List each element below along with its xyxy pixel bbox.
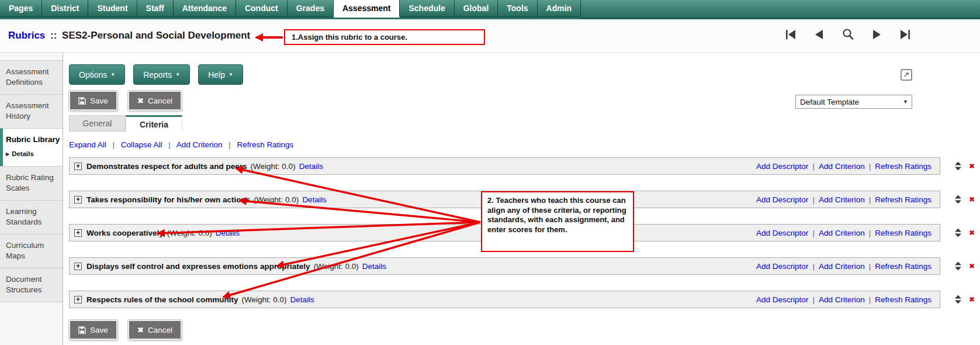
annotation-step2: 2. Teachers who teach this course can al… (481, 191, 634, 252)
criterion-row: + Displays self control and expresses em… (69, 257, 980, 275)
refresh-ratings-link[interactable]: Refresh Ratings (875, 195, 931, 204)
options-button[interactable]: Options ▼ (69, 64, 125, 85)
sidebar-item-rubric-rating-scales[interactable]: Rubric Rating Scales (0, 166, 63, 200)
delete-x-icon[interactable]: ✖ (969, 195, 975, 203)
last-record-icon[interactable] (899, 28, 912, 41)
nav-tab-global[interactable]: Global (455, 0, 498, 18)
floppy-disk-icon (78, 326, 86, 334)
sidebar-item-document-structures[interactable]: Document Structures (0, 268, 63, 302)
sidebar-subitem-details[interactable]: ▶ Details (6, 149, 60, 160)
triangle-right-icon: ▶ (6, 149, 9, 160)
delete-x-icon[interactable]: ✖ (969, 262, 975, 270)
refresh-ratings-link[interactable]: Refresh Ratings (875, 162, 931, 171)
add-criterion-link[interactable]: Add Criterion (819, 262, 865, 271)
add-criterion-link[interactable]: Add Criterion (819, 162, 865, 171)
reports-button[interactable]: Reports ▼ (133, 64, 190, 85)
add-criterion-link[interactable]: Add Criterion (819, 295, 865, 304)
refresh-ratings-link[interactable]: Refresh Ratings (237, 140, 294, 149)
floppy-disk-icon (78, 97, 86, 105)
separator: | (812, 262, 815, 271)
refresh-ratings-link[interactable]: Refresh Ratings (875, 262, 931, 271)
reorder-arrows-icon[interactable] (955, 229, 961, 237)
criterion-weight: (Weight: 0.0) (167, 229, 212, 237)
criterion-row: + Respects rules of the school community… (69, 291, 980, 308)
nav-filler (581, 0, 980, 19)
add-descriptor-link[interactable]: Add Descriptor (756, 195, 808, 204)
sidebar-item-assessment-history[interactable]: Assessment History (0, 94, 63, 128)
page-title: SES2-Personal and Social Development (62, 30, 250, 41)
module-link[interactable]: Rubrics (8, 30, 45, 41)
criterion-name: Takes responsibility for his/her own act… (86, 195, 250, 204)
plus-expand-icon[interactable]: + (74, 296, 82, 303)
nav-tab-district[interactable]: District (42, 0, 88, 18)
sidebar-item-assessment-definitions[interactable]: Assessment Definitions (0, 60, 63, 94)
cancel-button[interactable]: ✖ Cancel (128, 91, 182, 111)
add-descriptor-link[interactable]: Add Descriptor (756, 295, 808, 304)
separator: | (869, 262, 871, 271)
plus-expand-icon[interactable]: + (74, 163, 82, 170)
refresh-ratings-link[interactable]: Refresh Ratings (875, 295, 931, 304)
first-record-icon[interactable] (784, 28, 797, 41)
collapse-all-link[interactable]: Collapse All (121, 140, 162, 149)
plus-expand-icon[interactable]: + (74, 196, 82, 203)
add-criterion-link[interactable]: Add Criterion (819, 229, 865, 237)
sidebar-item-rubric-library[interactable]: Rubric Library ▶ Details (0, 128, 63, 166)
criterion-name: Demonstrates respect for adults and peer… (86, 162, 247, 171)
nav-tab-staff[interactable]: Staff (137, 0, 174, 18)
cancel-label: Cancel (148, 326, 172, 334)
plus-expand-icon[interactable]: + (74, 229, 82, 237)
sidebar-item-curriculum-maps[interactable]: Curriculum Maps (0, 234, 63, 268)
reorder-arrows-icon[interactable] (955, 295, 961, 304)
help-button[interactable]: Help ▼ (198, 64, 243, 85)
nav-tab-schedule[interactable]: Schedule (400, 0, 454, 18)
add-criterion-link[interactable]: Add Criterion (176, 140, 223, 149)
nav-tab-conduct[interactable]: Conduct (236, 0, 288, 18)
nav-tab-grades[interactable]: Grades (288, 0, 334, 18)
add-descriptor-link[interactable]: Add Descriptor (756, 229, 808, 237)
cancel-button-bottom[interactable]: ✖ Cancel (128, 320, 182, 340)
previous-record-icon[interactable] (813, 28, 826, 41)
plus-expand-icon[interactable]: + (74, 263, 82, 270)
details-link[interactable]: Details (302, 195, 326, 204)
reorder-arrows-icon[interactable] (955, 195, 961, 204)
nav-tab-pages[interactable]: Pages (0, 0, 42, 18)
nav-tab-assessment[interactable]: Assessment (334, 0, 400, 18)
add-criterion-link[interactable]: Add Criterion (819, 195, 865, 204)
save-button[interactable]: Save (69, 91, 117, 111)
chevron-down-icon: ▼ (110, 72, 115, 77)
record-navigation (784, 28, 912, 41)
nav-tab-admin[interactable]: Admin (538, 0, 581, 18)
reorder-arrows-icon[interactable] (955, 162, 961, 171)
criterion-name: Works cooperatively (86, 229, 164, 237)
search-icon[interactable] (842, 28, 854, 41)
delete-x-icon[interactable]: ✖ (969, 162, 975, 170)
delete-x-icon[interactable]: ✖ (969, 295, 975, 303)
reorder-arrows-icon[interactable] (955, 262, 961, 271)
details-link[interactable]: Details (362, 262, 386, 271)
add-descriptor-link[interactable]: Add Descriptor (756, 162, 808, 171)
criterion-name: Respects rules of the school community (86, 295, 238, 304)
expand-all-link[interactable]: Expand All (69, 140, 106, 149)
template-select[interactable]: Default Template ▼ (795, 95, 912, 109)
tab-criteria[interactable]: Criteria (126, 115, 182, 132)
separator: | (168, 140, 171, 149)
save-button-bottom[interactable]: Save (69, 320, 117, 340)
delete-x-icon[interactable]: ✖ (969, 229, 975, 237)
nav-tab-student[interactable]: Student (88, 0, 137, 18)
refresh-ratings-link[interactable]: Refresh Ratings (875, 229, 931, 237)
add-descriptor-link[interactable]: Add Descriptor (756, 262, 808, 271)
expand-window-icon[interactable]: ↗ (901, 69, 912, 81)
next-record-icon[interactable] (870, 28, 883, 41)
nav-tab-tools[interactable]: Tools (498, 0, 537, 18)
details-link[interactable]: Details (216, 229, 240, 237)
criterion-weight: (Weight: 0.0) (251, 162, 296, 171)
tab-general[interactable]: General (69, 115, 126, 132)
separator: | (869, 195, 871, 204)
details-link[interactable]: Details (299, 162, 323, 171)
breadcrumb-separator: :: (48, 30, 59, 41)
save-label: Save (90, 326, 108, 334)
nav-tab-attendance[interactable]: Attendance (174, 0, 236, 18)
details-link[interactable]: Details (290, 295, 314, 304)
sidebar-item-learning-standards[interactable]: Learning Standards (0, 200, 63, 234)
chevron-down-icon: ▼ (903, 99, 908, 105)
